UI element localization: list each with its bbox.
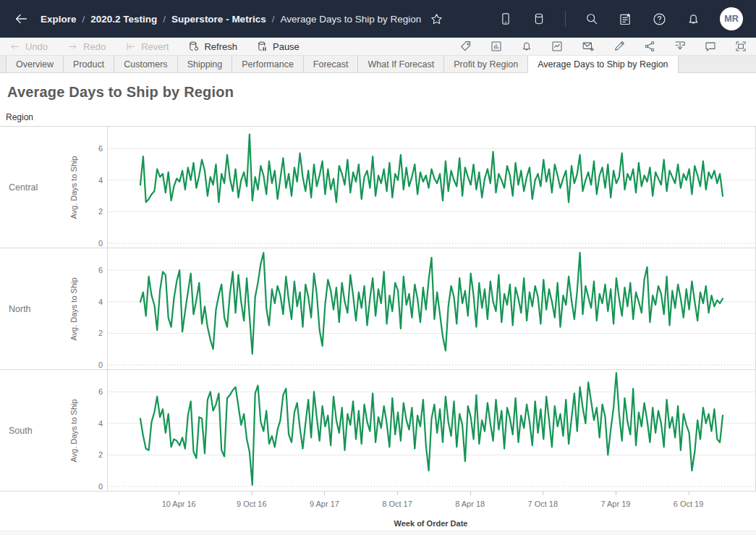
x-tick-mark bbox=[689, 492, 689, 495]
toolbar-right-icons bbox=[459, 40, 747, 53]
y-axis-title: Avg. Days to Ship bbox=[64, 127, 84, 248]
y-tick-label: 6 bbox=[98, 266, 103, 274]
alerts-bell-icon[interactable] bbox=[520, 40, 533, 53]
row-label-central[interactable]: Central bbox=[0, 127, 64, 248]
breadcrumb-project[interactable]: Explore bbox=[41, 14, 77, 25]
dashboard-sheet: Average Days to Ship by Region Region Ce… bbox=[0, 84, 756, 535]
x-axis-title: Week of Order Date bbox=[394, 519, 468, 528]
y-axis-title: Avg. Days to Ship bbox=[64, 248, 84, 369]
undo-button[interactable]: Undo bbox=[9, 41, 48, 52]
pause-label: Pause bbox=[273, 41, 300, 52]
tab-product[interactable]: Product bbox=[64, 56, 114, 72]
view-toolbar-icon[interactable] bbox=[490, 40, 503, 53]
tab-customers[interactable]: Customers bbox=[114, 56, 177, 72]
chart-row-south: SouthAvg. Days to Ship0246 bbox=[0, 370, 756, 492]
help-icon[interactable] bbox=[652, 12, 667, 27]
favorites-list-icon[interactable] bbox=[618, 12, 633, 27]
toolbar: Undo Redo Revert Refresh Pause bbox=[0, 38, 756, 56]
y-tick-label: 4 bbox=[98, 419, 103, 428]
breadcrumb: Explore / 2020.2 Testing / Superstore - … bbox=[41, 14, 421, 25]
breadcrumb-separator: / bbox=[82, 14, 85, 25]
breadcrumb-folder[interactable]: 2020.2 Testing bbox=[90, 14, 157, 25]
tab-performance[interactable]: Performance bbox=[232, 56, 304, 72]
x-tick-mark bbox=[324, 492, 325, 495]
device-preview-icon[interactable] bbox=[498, 12, 513, 26]
share-icon[interactable] bbox=[643, 40, 656, 53]
x-tick-label: 8 Oct 17 bbox=[382, 500, 412, 508]
metrics-icon[interactable] bbox=[551, 40, 564, 53]
breadcrumb-separator: / bbox=[163, 14, 166, 25]
refresh-label: Refresh bbox=[204, 41, 237, 52]
chart-table: CentralAvg. Days to Ship0246NorthAvg. Da… bbox=[0, 126, 756, 492]
redo-label: Redo bbox=[83, 41, 106, 52]
y-tick-label: 4 bbox=[98, 176, 103, 185]
avatar[interactable]: MR bbox=[720, 7, 743, 30]
data-source-icon[interactable] bbox=[532, 12, 546, 26]
search-icon[interactable] bbox=[585, 12, 599, 26]
pause-button[interactable]: Pause bbox=[256, 41, 300, 52]
horizontal-scrollbar[interactable] bbox=[0, 531, 756, 535]
refresh-button[interactable]: Refresh bbox=[187, 41, 237, 52]
y-axis-title: Avg. Days to Ship bbox=[64, 370, 84, 491]
x-tick-mark bbox=[397, 492, 398, 495]
favorite-star-icon[interactable] bbox=[430, 12, 443, 26]
tab-what-if-forecast[interactable]: What If Forecast bbox=[358, 56, 444, 72]
y-axis-ticks: 0246 bbox=[84, 248, 107, 369]
y-tick-label: 0 bbox=[98, 482, 103, 491]
y-tick-label: 2 bbox=[98, 450, 103, 459]
x-tick-mark bbox=[470, 492, 471, 495]
x-tick-mark bbox=[616, 492, 616, 495]
sheet-tabs: OverviewProductCustomersShippingPerforma… bbox=[0, 56, 756, 73]
revert-label: Revert bbox=[141, 41, 169, 52]
y-tick-label: 2 bbox=[98, 207, 103, 216]
revert-button[interactable]: Revert bbox=[124, 41, 169, 52]
x-tick-mark bbox=[252, 492, 252, 495]
y-tick-label: 6 bbox=[98, 387, 103, 396]
breadcrumb-separator: / bbox=[272, 14, 275, 25]
y-axis-ticks: 0246 bbox=[84, 127, 107, 248]
x-tick-mark bbox=[543, 492, 543, 495]
x-axis: 10 Apr 169 Oct 169 Apr 178 Oct 178 Apr 1… bbox=[0, 492, 756, 535]
y-tick-label: 2 bbox=[98, 329, 103, 337]
fullscreen-icon[interactable] bbox=[734, 40, 747, 53]
y-tick-label: 4 bbox=[98, 298, 103, 306]
download-icon[interactable] bbox=[674, 40, 687, 53]
x-tick-label: 8 Apr 18 bbox=[455, 500, 485, 508]
x-tick-label: 7 Oct 18 bbox=[528, 500, 558, 508]
plot-area-north[interactable] bbox=[107, 248, 756, 369]
row-label-south[interactable]: South bbox=[0, 370, 64, 491]
tab-shipping[interactable]: Shipping bbox=[178, 56, 233, 72]
x-tick-label: 9 Oct 16 bbox=[237, 500, 267, 508]
breadcrumb-view: Average Days to Ship by Region bbox=[280, 14, 421, 25]
y-axis-ticks: 0246 bbox=[84, 370, 107, 491]
undo-label: Undo bbox=[25, 41, 48, 52]
plot-area-south[interactable] bbox=[107, 370, 756, 491]
top-nav: Explore / 2020.2 Testing / Superstore - … bbox=[0, 0, 756, 38]
x-tick-label: 10 Apr 16 bbox=[162, 500, 196, 508]
back-icon[interactable] bbox=[13, 11, 29, 27]
x-tick-label: 6 Oct 19 bbox=[674, 500, 704, 508]
subscribe-envelope-icon[interactable] bbox=[581, 40, 595, 53]
tab-overview[interactable]: Overview bbox=[6, 56, 64, 72]
x-tick-label: 7 Apr 19 bbox=[600, 500, 630, 508]
y-tick-label: 0 bbox=[98, 239, 103, 248]
x-tick-label: 9 Apr 17 bbox=[310, 500, 339, 508]
breadcrumb-workbook[interactable]: Superstore - Metrics bbox=[171, 14, 266, 25]
tab-average-days-to-ship-by-region[interactable]: Average Days to Ship by Region bbox=[528, 56, 678, 73]
tab-forecast[interactable]: Forecast bbox=[304, 56, 359, 72]
plot-area-central[interactable] bbox=[107, 127, 756, 248]
row-label-north[interactable]: North bbox=[0, 248, 64, 369]
nav-right-icons: MR bbox=[498, 7, 743, 30]
y-tick-label: 0 bbox=[98, 361, 103, 369]
redo-button[interactable]: Redo bbox=[67, 41, 106, 52]
row-field-label: Region bbox=[6, 112, 756, 122]
sheet-title: Average Days to Ship by Region bbox=[7, 84, 756, 101]
tab-profit-by-region[interactable]: Profit by Region bbox=[444, 56, 528, 72]
nav-divider bbox=[565, 11, 566, 27]
notifications-bell-icon[interactable] bbox=[686, 12, 701, 27]
x-tick-mark bbox=[179, 492, 179, 495]
tag-icon[interactable] bbox=[459, 40, 472, 53]
chart-row-north: NorthAvg. Days to Ship0246 bbox=[0, 248, 756, 370]
comments-icon[interactable] bbox=[704, 40, 717, 53]
edit-pencil-icon[interactable] bbox=[613, 40, 626, 53]
